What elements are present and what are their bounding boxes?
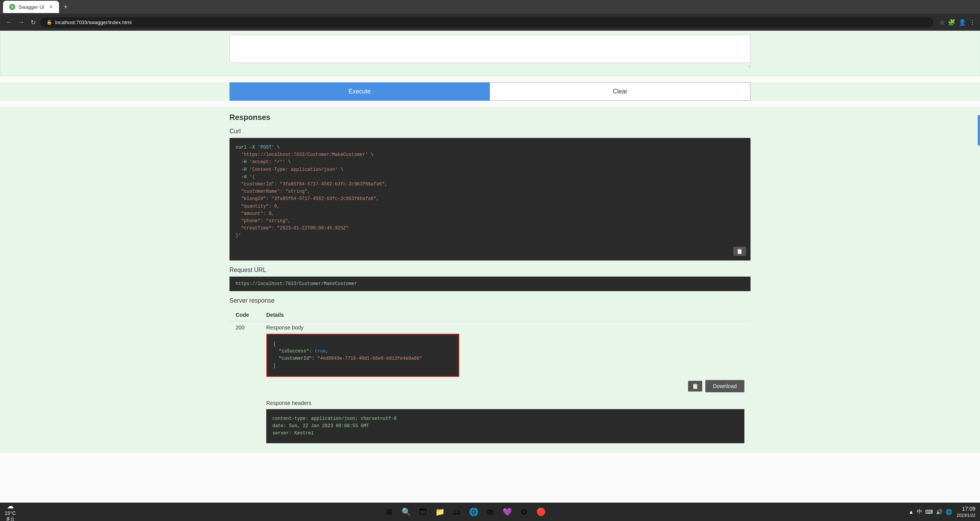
page-content: ↘ Execute Clear Responses Curl curl -X '… xyxy=(0,31,980,521)
search-button[interactable]: 🔍 xyxy=(398,504,414,519)
table-row: 200 Response body { "isSuccess": true, "… xyxy=(229,321,751,446)
files-button[interactable]: 📁 xyxy=(432,504,447,519)
edge-icon: 🌐 xyxy=(469,507,479,516)
start-button[interactable]: ⊞ xyxy=(382,504,397,519)
response-details: Response body { "isSuccess": true, "cust… xyxy=(260,321,751,446)
clear-button[interactable]: Clear xyxy=(490,82,751,101)
taskbar-right: ▲ 中 ⌨ 🔊 🌐 17:09 2023/1/22 xyxy=(908,505,975,519)
input-indicator: 中 xyxy=(917,508,922,515)
tab-bar: S Swagger UI ✕ + xyxy=(0,0,980,14)
taskbar-time: 17:09 2023/1/22 xyxy=(957,505,975,519)
execute-button[interactable]: Execute xyxy=(229,82,490,101)
url-text: localhost:7033/swagger/index.html xyxy=(55,20,131,25)
tab-favicon: S xyxy=(9,4,15,10)
download-area: 📋 Download xyxy=(266,377,744,395)
curl-copy-button[interactable]: 📋 xyxy=(733,247,746,256)
terminal-icon: ⚙ xyxy=(521,507,528,516)
download-button[interactable]: Download xyxy=(705,380,744,392)
code-column-header: Code xyxy=(229,309,260,321)
url-box[interactable]: 🔒 localhost:7033/swagger/index.html xyxy=(40,17,933,28)
taskview-button[interactable]: 🗔 xyxy=(415,504,431,519)
responses-section: Responses Curl curl -X 'POST' \ 'https:/… xyxy=(0,107,980,453)
explorer-button[interactable]: 🗂 xyxy=(449,504,464,519)
scroll-indicator[interactable] xyxy=(978,115,980,146)
chrome-icon: 🔴 xyxy=(536,507,546,516)
keyboard-icon: ⌨ xyxy=(925,509,933,515)
active-tab[interactable]: S Swagger UI ✕ xyxy=(3,1,59,13)
taskbar-weather: ☁ 15°C 多云 xyxy=(5,502,16,521)
address-bar: ← → ↻ 🔒 localhost:7033/swagger/index.htm… xyxy=(0,14,980,31)
up-arrow-icon: ▲ xyxy=(908,509,914,515)
response-body-highlighted: { "isSuccess": true, "customerId": "4ed8… xyxy=(266,334,459,377)
request-url-block: https://localhost:7033/Customer/MakeCust… xyxy=(229,277,751,291)
clock-date: 2023/1/22 xyxy=(957,513,975,518)
edge-button[interactable]: 🌐 xyxy=(466,504,481,519)
taskbar-center: ⊞ 🔍 🗔 📁 🗂 🌐 🛍 💜 ⚙ 🔴 xyxy=(23,504,907,519)
responses-title: Responses xyxy=(229,113,751,122)
back-button[interactable]: ← xyxy=(5,17,14,27)
response-table: Code Details 200 Response body { "isSucc… xyxy=(229,309,751,447)
vs-icon: 💜 xyxy=(503,507,512,516)
store-icon: 🛍 xyxy=(487,508,494,516)
terminal-button[interactable]: ⚙ xyxy=(516,504,532,519)
request-url-label: Request URL xyxy=(229,267,751,274)
browser-chrome: S Swagger UI ✕ + ← → ↻ 🔒 localhost:7033/… xyxy=(0,0,980,31)
speaker-icon: 🔊 xyxy=(936,509,942,515)
clock-time: 17:09 xyxy=(957,505,975,513)
response-copy-button[interactable]: 📋 xyxy=(688,381,702,392)
taskbar-sys-icons: ▲ 中 ⌨ 🔊 🌐 xyxy=(908,508,952,515)
curl-label: Curl xyxy=(229,128,751,135)
bookmark-button[interactable]: ☆ xyxy=(939,19,945,26)
forward-button[interactable]: → xyxy=(17,17,26,27)
vs-button[interactable]: 💜 xyxy=(500,504,515,519)
response-body-code: { "isSuccess": true, "customerId": "4ed8… xyxy=(267,334,459,376)
request-url-text: https://localhost:7033/Customer/MakeCust… xyxy=(236,281,357,287)
tab-close-button[interactable]: ✕ xyxy=(49,4,53,10)
response-headers-text: content-type: application/json; charset=… xyxy=(272,416,397,436)
server-response-title: Server response xyxy=(229,297,751,304)
resize-handle: ↘ xyxy=(229,64,751,68)
lock-icon: 🔒 xyxy=(46,20,52,25)
extensions-button[interactable]: 🧩 xyxy=(948,19,955,26)
response-headers-label: Response headers xyxy=(266,400,744,406)
network-icon: 🌐 xyxy=(946,509,952,515)
new-tab-button[interactable]: + xyxy=(61,3,71,11)
top-section: ↘ xyxy=(0,31,980,76)
weather-desc: 多云 xyxy=(6,516,15,521)
taskview-icon: 🗔 xyxy=(419,508,427,516)
start-icon: ⊞ xyxy=(386,507,393,516)
tab-title: Swagger UI xyxy=(18,4,44,10)
weather-temp: 15°C xyxy=(5,510,16,516)
files-icon: 📁 xyxy=(435,507,445,516)
request-textarea[interactable] xyxy=(231,37,749,60)
explorer-icon: 🗂 xyxy=(453,508,461,516)
browser-actions: ☆ 🧩 👤 ⋮ xyxy=(939,19,975,26)
store-button[interactable]: 🛍 xyxy=(483,504,498,519)
chrome-button[interactable]: 🔴 xyxy=(533,504,549,519)
response-code: 200 xyxy=(229,321,260,446)
curl-code-text: curl -X 'POST' \ 'https://localhost:7033… xyxy=(236,145,387,238)
menu-button[interactable]: ⋮ xyxy=(969,19,975,26)
response-body-label: Response body xyxy=(266,324,744,331)
search-icon: 🔍 xyxy=(402,507,411,516)
reload-button[interactable]: ↻ xyxy=(29,17,37,28)
details-column-header: Details xyxy=(260,309,751,321)
profile-button[interactable]: 👤 xyxy=(959,19,966,26)
taskbar: ☁ 15°C 多云 ⊞ 🔍 🗔 📁 🗂 🌐 🛍 💜 ⚙ xyxy=(0,503,980,521)
button-row: Execute Clear xyxy=(229,82,751,101)
response-headers-code: content-type: application/json; charset=… xyxy=(266,409,744,444)
curl-code-block: curl -X 'POST' \ 'https://localhost:7033… xyxy=(229,138,751,260)
